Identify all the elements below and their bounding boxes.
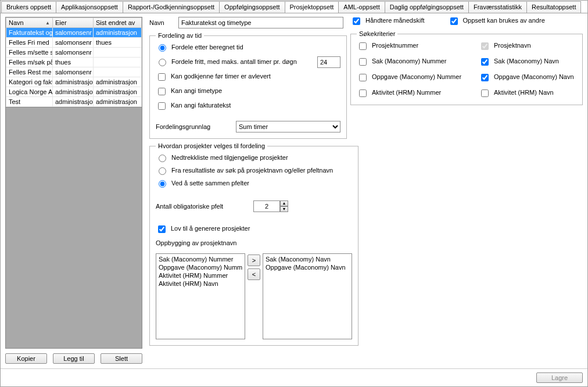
chk-timetype[interactable] [158,88,166,95]
chk-sak-nummer[interactable] [359,58,367,66]
table-row[interactable]: Kategori og faktadministrasjoadministras… [6,77,142,87]
app-window: Brukers oppsettApplikasjonsoppsettRappor… [0,0,588,387]
spin-down[interactable]: ▼ [280,206,288,212]
radio-beregnet[interactable] [159,44,166,52]
tab-oppf-lgingsoppsett[interactable]: Oppfølgingsoppsett [219,1,285,13]
delete-button[interactable]: Slett [101,353,142,364]
oppbygging-label: Oppbygging av prosjektnavn [156,239,352,246]
grid-fill [6,107,142,348]
grid-wrap: Navn▲EierSist endret av Fakturatekst ogs… [5,17,142,349]
chk-handtere[interactable] [353,17,360,25]
copy-button[interactable]: Kopier [5,353,47,364]
tab-aml-oppsett[interactable]: AML-oppsett [338,1,385,13]
add-button[interactable]: Legg til [53,353,95,364]
list-item[interactable]: Aktivitet (HRM) Nummer [159,271,242,280]
table-row[interactable]: Fakturatekst ogsalomonsenradministrasjon [6,28,142,38]
save-button[interactable]: Lagre [536,372,583,383]
chk-oppgave-nummer[interactable] [359,74,367,81]
antall-spinner[interactable]: ▲ ▼ [253,200,288,212]
table-row[interactable]: Felles m/søk påthues [6,58,142,67]
radio-nedtrekk[interactable] [159,155,166,162]
hvordan-legend: Hvordan prosjekter velges til fordeling [156,142,267,149]
chk-prosjektnavn [481,42,489,50]
left-column: Navn▲EierSist endret av Fakturatekst ogs… [5,17,142,364]
list-item[interactable]: Oppgave (Maconomy) Numm [159,263,242,271]
left-listbox[interactable]: Sak (Maconomy) NummerOppgave (Maconomy) … [156,253,245,339]
tab-frav-rsstatistikk[interactable]: Fraværsstatistikk [468,1,527,13]
right-listbox[interactable]: Sak (Maconomy) NavnOppgave (Maconomy) Na… [263,253,352,339]
form-column: Navn Fordeling av tid Fordele etter bere… [149,17,343,364]
search-legend: Søkekriterier [357,30,397,37]
fordeling-legend: Fordeling av tid [156,32,204,39]
bottom-bar: Lagre [1,368,587,386]
grunnlag-label: Fordelingsgrunnlag [156,123,231,130]
tab-resultatoppsett[interactable]: Resultatoppsett [526,1,581,13]
table-row[interactable]: Logica Norge Aadministrasjoadministrasjo… [6,87,142,97]
column-header[interactable]: Navn▲ [6,18,53,28]
antall-input[interactable] [253,200,280,212]
tab-content: Navn▲EierSist endret av Fakturatekst ogs… [1,13,587,368]
radio-fritt[interactable] [159,59,166,66]
maks-timer-input[interactable] [317,56,340,68]
right-column: Håndtere månedskift Oppsett kan brukes a… [350,17,583,364]
tab-prosjektoppsett[interactable]: Prosjektoppsett [285,1,339,13]
name-label: Navn [149,19,174,26]
setup-table[interactable]: Navn▲EierSist endret av Fakturatekst ogs… [6,17,142,107]
radio-sammen[interactable] [159,180,166,188]
spin-up[interactable]: ▲ [280,200,288,206]
list-item[interactable]: Oppgave (Maconomy) Navn [266,263,349,271]
radio-resultat[interactable] [159,167,166,175]
antall-label: Antall obligatoriske pfelt [156,203,249,210]
search-criteria-group: Søkekriterier Prosjektnummer Prosjektnav… [350,30,583,105]
grid-buttons: Kopier Legg til Slett [5,349,142,364]
list-item[interactable]: Sak (Maconomy) Nummer [159,255,242,263]
chk-godkjenne[interactable] [158,73,166,81]
chk-faktura[interactable] [158,102,166,110]
fordeling-group: Fordeling av tid Fordele etter beregnet … [149,32,347,139]
chk-generere[interactable] [158,225,166,233]
hvordan-group: Hvordan prosjekter velges til fordeling … [149,142,358,346]
tab-strip: Brukers oppsettApplikasjonsoppsettRappor… [1,1,587,13]
move-right-button[interactable]: > [248,255,260,266]
chk-sak-navn[interactable] [481,58,489,66]
tab-applikasjonsoppsett[interactable]: Applikasjonsoppsett [56,1,123,13]
table-row[interactable]: Felles Rest mesalomonsenr [6,67,142,77]
table-row[interactable]: Felles m/sette ssalomonsenr [6,48,142,58]
chk-prosjektnummer[interactable] [359,42,367,50]
list-item[interactable]: Sak (Maconomy) Navn [266,255,349,263]
name-input[interactable] [178,17,343,28]
tab-rapport-godkjenningsoppsett[interactable]: Rapport-/Godkjenningsoppsett [123,1,220,13]
chk-oppgave-navn[interactable] [481,74,489,81]
chk-brukes[interactable] [450,17,458,25]
chk-aktivitet-nummer[interactable] [359,89,367,97]
move-left-button[interactable]: < [248,268,260,280]
table-row[interactable]: Testadministrasjoadministrasjon [6,97,142,107]
tab-brukers-oppsett[interactable]: Brukers oppsett [1,1,56,13]
grunnlag-select[interactable]: Sum timer [236,121,340,132]
column-header[interactable]: Eier [53,18,94,28]
column-header[interactable]: Sist endret av [94,18,142,28]
table-row[interactable]: Felles Fri medsalomonsenrthues [6,38,142,48]
dual-list: Sak (Maconomy) NummerOppgave (Maconomy) … [156,253,352,339]
chk-aktivitet-navn[interactable] [481,89,489,97]
tab-daglig-oppf-lgingsoppsett[interactable]: Daglig oppfølgingsoppsett [385,1,469,13]
list-item[interactable]: Aktivitet (HRM) Navn [159,280,242,288]
